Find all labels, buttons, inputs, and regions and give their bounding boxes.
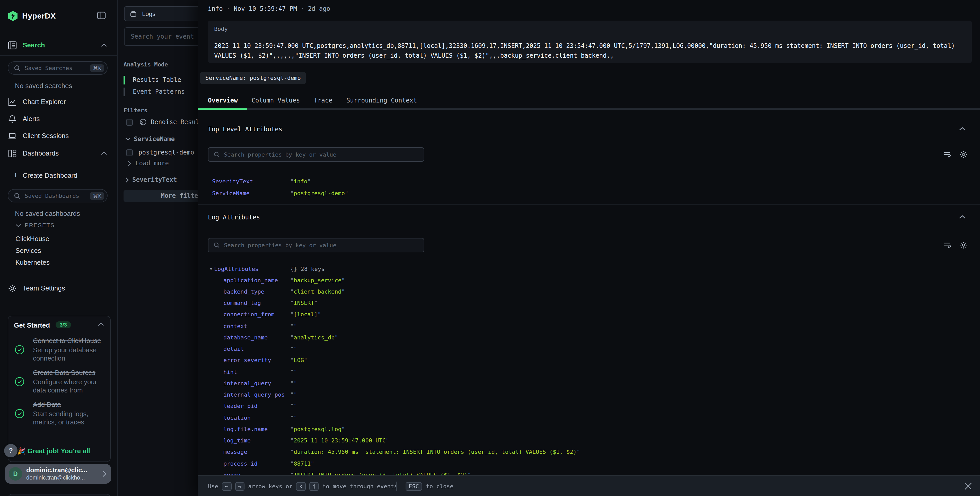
event-body-text[interactable]: 2025-11-10 23:59:47.000 UTC,postgres,ana… xyxy=(214,41,967,61)
preset-item[interactable]: Services xyxy=(16,247,41,254)
attribute-key[interactable]: internal_query_pos xyxy=(223,391,290,398)
attribute-key[interactable]: message xyxy=(223,449,290,456)
attribute-key[interactable]: LogAttributes xyxy=(214,266,290,272)
user-menu[interactable]: D dominic.tran@clic... dominic.tran@clic… xyxy=(5,464,111,484)
load-more-button[interactable]: Load more xyxy=(127,159,169,167)
event-detail-panel: info·Nov 10 5:59:47 PM·2d ago Body 2025-… xyxy=(198,0,980,496)
tab[interactable]: Surrounding Context xyxy=(347,93,417,108)
chevron-up-icon[interactable] xyxy=(959,215,966,219)
sidebar-item-team-settings[interactable]: Team Settings xyxy=(0,283,117,295)
attribute-value[interactable]: "88711" xyxy=(290,460,314,467)
attribute-value[interactable]: "postgresql.log" xyxy=(290,426,345,433)
event-header: info·Nov 10 5:59:47 PM·2d ago xyxy=(208,5,330,12)
attribute-key[interactable]: error_severity xyxy=(223,357,290,364)
attribute-key[interactable]: location xyxy=(223,415,290,421)
checklist-item-description: Set up your database connection xyxy=(33,346,104,363)
attribute-value[interactable]: "postgresql-demo" xyxy=(290,190,348,197)
tab[interactable]: Trace xyxy=(314,93,332,108)
mode-label: Results Table xyxy=(133,76,181,83)
log-attributes-section-actions xyxy=(943,241,968,249)
presets-toggle[interactable]: PRESETS xyxy=(16,222,113,230)
attribute-key[interactable]: log.file.name xyxy=(223,426,290,433)
top-level-search-input[interactable]: Search properties by key or value xyxy=(208,147,424,162)
checklist-item[interactable]: Add Data Start sending logs, metrics, or… xyxy=(8,398,110,429)
log-attributes-search-input[interactable]: Search properties by key or value xyxy=(208,238,424,252)
attribute-value[interactable]: "info" xyxy=(290,178,311,185)
attribute-key[interactable]: log_time xyxy=(223,437,290,444)
attribute-value[interactable]: "backup_service" xyxy=(290,277,345,284)
preset-item[interactable]: Kubernetes xyxy=(16,258,50,266)
wrap-lines-icon[interactable] xyxy=(943,150,951,159)
filter-group-servicename[interactable]: ServiceName xyxy=(125,136,175,143)
service-name-tag[interactable]: ServiceName: postgresql-demo xyxy=(200,72,306,84)
sidebar-item-label: Dashboards xyxy=(23,149,59,157)
sidebar-item-client-sessions[interactable]: Client Sessions xyxy=(0,131,117,142)
attribute-value[interactable]: "" xyxy=(290,391,297,398)
attribute-key[interactable]: command_tag xyxy=(223,300,290,306)
caret-down-icon[interactable]: ▾ xyxy=(210,266,214,271)
attribute-value[interactable]: "[local]" xyxy=(290,311,321,318)
chevron-right-icon xyxy=(125,177,129,183)
preset-item[interactable]: ClickHouse xyxy=(16,235,49,242)
attribute-key[interactable]: detail xyxy=(223,346,290,352)
attribute-row: SeverityText "info" xyxy=(208,175,970,188)
gear-icon[interactable] xyxy=(959,241,968,249)
attribute-key[interactable]: process_id xyxy=(223,460,290,467)
close-icon[interactable] xyxy=(964,483,972,490)
attribute-value[interactable]: "" xyxy=(290,368,297,375)
preset-label: Kubernetes xyxy=(16,258,50,266)
chevron-down-icon xyxy=(16,223,21,228)
top-level-attributes-title: Top Level Attributes xyxy=(208,126,282,133)
attribute-value[interactable]: "LOG" xyxy=(290,357,307,364)
attribute-value[interactable]: "client backend" xyxy=(290,289,345,295)
attribute-value[interactable]: "" xyxy=(290,415,297,421)
gear-icon[interactable] xyxy=(959,150,968,159)
create-dashboard-button[interactable]: + Create Dashboard xyxy=(0,171,117,181)
get-started-header[interactable]: Get Started 3/3 xyxy=(8,316,110,334)
attribute-key[interactable]: internal_query xyxy=(223,380,290,387)
postgresql-demo-checkbox[interactable] xyxy=(126,149,133,156)
attribute-key[interactable]: backend_type xyxy=(223,289,290,295)
sidebar-item-chart-explorer[interactable]: Chart Explorer xyxy=(0,97,117,108)
attribute-value[interactable]: "INSERT" xyxy=(290,300,318,306)
attribute-value[interactable]: "analytics_db" xyxy=(290,334,338,341)
attribute-row: error_severity "LOG" xyxy=(208,355,970,367)
chevron-up-icon[interactable] xyxy=(98,322,104,327)
attribute-key[interactable]: database_name xyxy=(223,334,290,341)
attribute-key[interactable]: leader_pid xyxy=(223,403,290,410)
sidebar-item-alerts[interactable]: Alerts xyxy=(0,114,117,125)
attribute-key[interactable]: SeverityText xyxy=(212,178,290,185)
saved-searches-input[interactable]: Saved Searches ⌘K xyxy=(8,61,108,75)
chevron-up-icon[interactable] xyxy=(101,43,107,47)
sidebar-item-label: Chart Explorer xyxy=(23,98,66,105)
filter-group-severitytext[interactable]: SeverityText xyxy=(125,176,177,183)
check-circle-icon xyxy=(14,344,25,355)
chevron-up-icon[interactable] xyxy=(101,152,107,156)
attribute-key[interactable]: hint xyxy=(223,368,290,375)
attribute-key[interactable]: application_name xyxy=(223,277,290,284)
attribute-key[interactable]: context xyxy=(223,323,290,329)
user-name: dominic.tran@clic... xyxy=(26,467,87,474)
attribute-value[interactable]: "2025-11-10 23:59:47.000 UTC" xyxy=(290,437,389,444)
tab[interactable]: Column Values xyxy=(252,93,300,108)
wrap-lines-icon[interactable] xyxy=(943,241,951,249)
tabs-track xyxy=(198,108,980,110)
attribute-value[interactable]: "duration: 45.950 ms statement: INSERT I… xyxy=(290,449,580,456)
sidebar-item-search[interactable]: Search xyxy=(0,40,117,51)
tab[interactable]: Overview xyxy=(208,93,238,108)
detail-tabs: Overview Column Values Trace Surrounding… xyxy=(198,93,980,110)
help-button[interactable]: ? xyxy=(4,444,18,458)
attribute-value[interactable]: "" xyxy=(290,323,297,329)
sidebar-item-dashboards[interactable]: Dashboards xyxy=(0,148,117,159)
checklist-item[interactable]: Connect to ClickHouse Set up your databa… xyxy=(8,334,110,366)
chevron-up-icon[interactable] xyxy=(959,127,966,131)
denoise-checkbox[interactable] xyxy=(126,119,133,125)
attribute-key[interactable]: connection_from xyxy=(223,311,290,318)
saved-dashboards-input[interactable]: Saved Dashboards ⌘K xyxy=(8,189,108,203)
attribute-value[interactable]: "" xyxy=(290,380,297,387)
checklist-item[interactable]: Create Data Sources Configure where your… xyxy=(8,366,110,398)
attribute-value[interactable]: "" xyxy=(290,403,297,410)
sidebar-collapse-icon[interactable] xyxy=(97,11,106,20)
attribute-value[interactable]: "" xyxy=(290,346,297,352)
attribute-key[interactable]: ServiceName xyxy=(212,190,290,197)
